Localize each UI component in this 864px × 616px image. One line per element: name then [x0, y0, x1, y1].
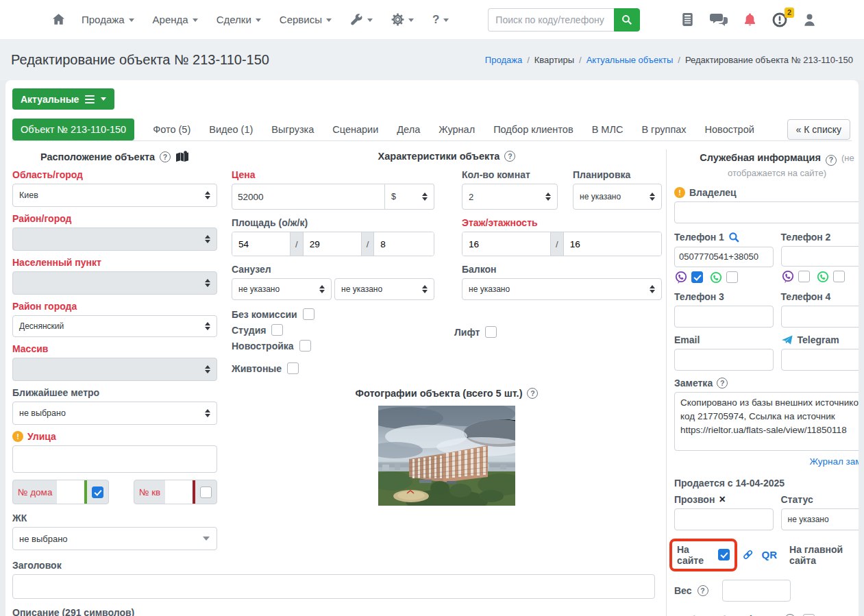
search-input[interactable]: [488, 8, 614, 32]
phone4-input[interactable]: [781, 306, 859, 328]
email-input[interactable]: [674, 349, 774, 371]
oblast-select[interactable]: Киев: [12, 184, 217, 207]
bathroom-select-1[interactable]: не указано: [232, 278, 332, 300]
object-title-input[interactable]: [12, 574, 655, 599]
rooms-select[interactable]: 2: [462, 184, 558, 210]
phone2-input[interactable]: [781, 246, 859, 267]
apartment-number-input[interactable]: [165, 480, 193, 504]
new-building-checkbox[interactable]: [299, 340, 311, 352]
object-photo[interactable]: [378, 406, 515, 506]
phone1-input[interactable]: [674, 247, 774, 267]
tab-novostroy[interactable]: Новострой: [705, 119, 754, 140]
qr-link[interactable]: QR: [762, 549, 778, 560]
settings-menu[interactable]: [391, 13, 414, 26]
phone1-viber-checkbox[interactable]: [691, 271, 703, 283]
area-total-input[interactable]: [232, 232, 290, 256]
characteristics-title: Характеристики объекта ?: [232, 149, 662, 162]
tab-podbor[interactable]: Подбор клиентов: [493, 119, 573, 140]
area-kitchen-input[interactable]: [374, 232, 434, 256]
price-input[interactable]: [232, 184, 385, 210]
prozvon-clear-icon[interactable]: ×: [719, 494, 725, 505]
field-label: Заголовок: [12, 560, 655, 571]
home-icon[interactable]: [52, 13, 65, 26]
pets-checkbox[interactable]: [287, 362, 299, 374]
tab-object[interactable]: Объект № 213-110-150: [12, 119, 134, 140]
tab-video[interactable]: Видео (1): [209, 119, 253, 140]
breadcrumb-prodazha[interactable]: Продажа: [485, 55, 522, 65]
raion-goroda-select[interactable]: Деснянский: [12, 315, 217, 337]
currency-select[interactable]: $: [385, 184, 434, 210]
field-label: Цена: [232, 169, 434, 180]
note-textarea[interactable]: Скопировано из базы внешних источников, …: [674, 392, 859, 451]
weight-input[interactable]: [722, 580, 791, 602]
messages-icon[interactable]: [710, 12, 728, 27]
tab-photo[interactable]: Фото (5): [153, 119, 190, 140]
help-icon[interactable]: ?: [717, 378, 728, 389]
tab-dela[interactable]: Дела: [397, 119, 420, 140]
help-icon[interactable]: ?: [160, 151, 171, 162]
ligapro-checkbox[interactable]: [803, 614, 815, 616]
studio-checkbox[interactable]: [271, 324, 283, 336]
telegram-input[interactable]: [781, 349, 859, 371]
status-dropdown-button[interactable]: Актуальные: [12, 88, 114, 110]
nav-prodazha[interactable]: Продажа: [82, 14, 134, 25]
street-input[interactable]: [12, 445, 217, 473]
balcony-select[interactable]: не указано: [462, 278, 662, 300]
back-to-list-button[interactable]: « К списку: [787, 119, 850, 140]
layout-select[interactable]: не указано: [573, 184, 662, 210]
link-icon[interactable]: [743, 549, 753, 560]
tab-vygruzka[interactable]: Выгрузка: [271, 119, 314, 140]
metro-select[interactable]: не выбрано: [12, 402, 217, 425]
house-number-input[interactable]: [57, 480, 84, 504]
elevator-checkbox[interactable]: [485, 326, 497, 338]
help-icon[interactable]: ?: [527, 388, 538, 399]
apartment-number-checkbox[interactable]: [200, 486, 212, 498]
phone-search-icon[interactable]: [728, 232, 740, 243]
owner-input[interactable]: [674, 201, 859, 223]
raion-gorod-select[interactable]: [12, 227, 217, 251]
floor-input[interactable]: [462, 232, 550, 256]
user-profile-icon[interactable]: [803, 13, 816, 27]
area-living-input[interactable]: [304, 232, 361, 256]
phone3-input[interactable]: [674, 306, 774, 328]
help-icon[interactable]: ?: [504, 151, 515, 162]
journal-icon[interactable]: [681, 12, 694, 27]
nav-servisy[interactable]: Сервисы: [280, 14, 332, 25]
alerts-icon[interactable]: 2: [772, 12, 787, 27]
no-commission-checkbox[interactable]: [303, 308, 314, 320]
map-icon[interactable]: [175, 151, 189, 163]
search-button[interactable]: [614, 8, 640, 32]
object-card: Актуальные Объект № 213-110-150 Фото (5)…: [5, 80, 859, 616]
phone1-whatsapp-checkbox[interactable]: [726, 271, 738, 283]
page-header: Редактирование объекта № 213-110-150 Про…: [0, 39, 864, 80]
bathroom-select-2[interactable]: не указано: [334, 278, 434, 300]
phone2-viber-checkbox[interactable]: [798, 271, 810, 282]
nav-arenda[interactable]: Аренда: [153, 14, 198, 25]
tab-zhurnal[interactable]: Журнал: [439, 119, 475, 140]
floor-group: /: [462, 232, 662, 256]
floors-total-input[interactable]: [564, 232, 661, 256]
zhk-select[interactable]: не выбрано: [12, 527, 217, 550]
tab-scenarii[interactable]: Сценарии: [332, 119, 378, 140]
help-icon[interactable]: ?: [826, 155, 837, 166]
help-menu[interactable]: ?: [432, 13, 449, 27]
nav-sdelki[interactable]: Сделки: [217, 14, 261, 25]
field-label: Балкон: [462, 264, 662, 275]
global-search: [488, 8, 640, 32]
notifications-bell-icon[interactable]: [743, 12, 756, 27]
massiv-select[interactable]: [12, 358, 217, 381]
tab-mls[interactable]: В МЛС: [592, 119, 624, 140]
notes-log-link[interactable]: Журнал заметок: [810, 456, 859, 467]
house-number-checkbox[interactable]: [92, 486, 103, 498]
tools-menu[interactable]: [350, 13, 373, 26]
prozvon-input[interactable]: [674, 508, 774, 530]
chevron-down-icon: [367, 19, 373, 22]
help-icon[interactable]: ?: [698, 585, 708, 596]
status-select[interactable]: не указано: [781, 508, 859, 530]
nas-punkt-select[interactable]: [12, 271, 217, 295]
phone2-whatsapp-checkbox[interactable]: [833, 271, 845, 282]
on-site-checkbox[interactable]: [718, 549, 730, 560]
breadcrumb-aktualnye[interactable]: Актуальные объекты: [587, 55, 674, 65]
breadcrumb: Продажа/Квартиры/Актуальные объекты/Реда…: [485, 55, 853, 65]
tab-gruppy[interactable]: В группах: [641, 119, 686, 140]
